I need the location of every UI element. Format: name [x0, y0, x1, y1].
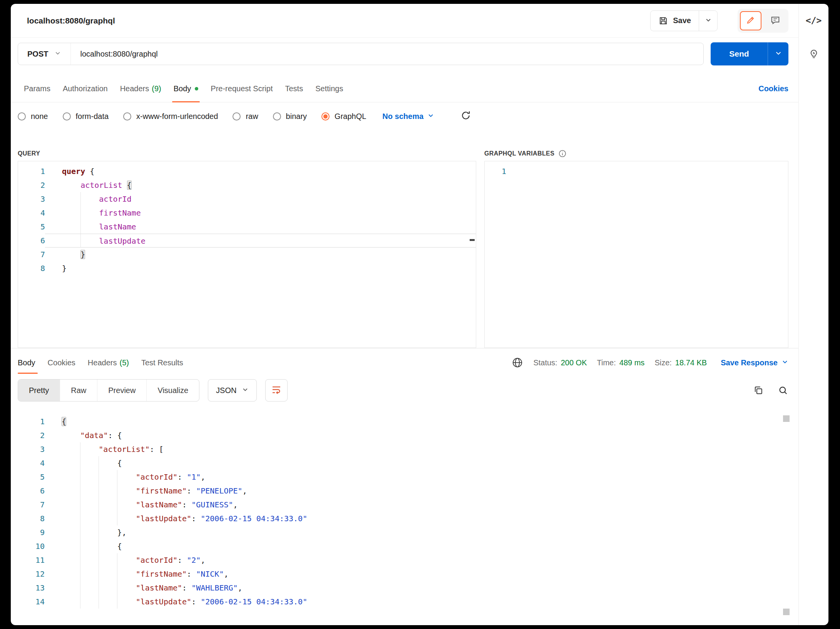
indent-guide — [80, 484, 80, 498]
indent-guide — [80, 192, 81, 206]
code-line: 1query { — [18, 164, 476, 178]
refresh-icon — [460, 110, 471, 123]
indent-guide — [117, 498, 117, 512]
body-type-x-www-form-urlencoded[interactable]: x-www-form-urlencoded — [123, 112, 218, 121]
globe-icon[interactable] — [512, 357, 523, 368]
indent-guide — [80, 512, 80, 525]
response-tab-headers[interactable]: Headers(5) — [82, 348, 135, 377]
body-type-none[interactable]: none — [18, 112, 48, 121]
indent-guide — [80, 470, 80, 484]
indent-guide — [80, 581, 80, 595]
response-tab-cookies[interactable]: Cookies — [42, 348, 82, 377]
code-text: lastName — [45, 220, 476, 234]
code-token: query — [62, 167, 85, 176]
edit-documentation-button[interactable] — [740, 11, 761, 30]
code-token: "1" — [187, 472, 201, 482]
line-number: 8 — [18, 261, 45, 275]
cookies-link[interactable]: Cookies — [758, 75, 788, 102]
tab-settings[interactable]: Settings — [309, 75, 349, 102]
variables-editor-title: GRAPHQL VARIABLES — [484, 149, 567, 158]
code-line: 8 "lastUpdate": "2006-02-15 04:34:33.0" — [11, 512, 798, 525]
format-select[interactable]: JSON — [208, 379, 257, 401]
scrollbar-corner[interactable] — [783, 609, 790, 615]
chevron-down-icon — [775, 49, 782, 59]
refresh-schema-button[interactable] — [460, 110, 471, 123]
tab-params[interactable]: Params — [18, 75, 57, 102]
radio-icon — [123, 112, 131, 120]
send-button[interactable]: Send — [711, 42, 768, 65]
indent-guide — [117, 567, 117, 581]
line-number: 10 — [11, 539, 45, 553]
indent-guide — [117, 553, 117, 567]
code-line: 11 "actorId": "2", — [11, 553, 798, 567]
scrollbar-thumb[interactable] — [783, 415, 790, 422]
status-badge: Status: 200 OK — [533, 358, 587, 367]
code-token: "actorList" — [99, 445, 149, 454]
tab-tests[interactable]: Tests — [279, 75, 309, 102]
tab-pre-request-script[interactable]: Pre-request Script — [204, 75, 279, 102]
variables-editor[interactable]: 1 — [484, 161, 788, 348]
save-options-button[interactable] — [699, 11, 717, 31]
body-type-raw[interactable]: raw — [233, 112, 258, 121]
indent-guide — [99, 595, 99, 609]
code-line: 5 "actorId": "1", — [11, 470, 798, 484]
comment-button[interactable] — [765, 11, 786, 30]
indent-guide — [99, 470, 99, 484]
chevron-down-icon — [781, 358, 788, 367]
copy-button[interactable] — [753, 385, 764, 396]
info-icon[interactable] — [558, 149, 567, 158]
code-text: { — [45, 456, 798, 470]
code-line: 7 } — [18, 248, 476, 261]
body-type-form-data[interactable]: form-data — [63, 112, 109, 121]
search-button[interactable] — [778, 385, 788, 396]
code-token: : — [191, 514, 201, 523]
response-tab-body[interactable]: Body — [18, 348, 42, 377]
request-tab-title[interactable]: localhost:8080/graphql — [27, 16, 115, 25]
body-type-label: GraphQL — [335, 112, 366, 121]
tab-label: Headers — [88, 358, 117, 367]
view-mode-raw[interactable]: Raw — [60, 380, 97, 401]
url-input[interactable]: localhost:8080/graphql — [71, 50, 703, 59]
lightbulb-icon[interactable] — [808, 48, 820, 62]
wrap-text-button[interactable] — [265, 379, 288, 401]
code-snippet-icon[interactable]: </> — [806, 15, 822, 25]
query-editor[interactable]: 1query {2 actorList {3 actorId4 firstNam… — [18, 161, 476, 348]
send-options-button[interactable] — [768, 42, 788, 65]
code-token — [62, 250, 80, 259]
indent-guide — [99, 484, 99, 498]
body-type-label: form-data — [76, 112, 109, 121]
body-type-label: binary — [286, 112, 307, 121]
tab-authorization[interactable]: Authorization — [57, 75, 114, 102]
code-token: "lastUpdate" — [136, 597, 192, 606]
body-type-graphql[interactable]: GraphQL — [321, 112, 366, 121]
view-mode-preview[interactable]: Preview — [97, 380, 147, 401]
tab-label: Pre-request Script — [211, 84, 273, 93]
tab-body[interactable]: Body — [167, 75, 205, 102]
code-text: "actorId": "1", — [45, 470, 798, 484]
line-number: 1 — [18, 164, 45, 178]
code-token: "lastUpdate" — [136, 514, 192, 523]
indent-guide — [80, 442, 80, 456]
response-body-editor[interactable]: 1{2 "data": {3 "actorList": [4 {5 "actor… — [11, 412, 798, 625]
indent-guide — [99, 498, 99, 512]
line-number: 3 — [11, 442, 45, 456]
method-select[interactable]: POST — [18, 43, 71, 65]
response-tabs-row: BodyCookiesHeaders(5)Test Results Status… — [11, 348, 798, 377]
code-text: } — [45, 248, 476, 261]
code-token: lastUpdate — [99, 236, 145, 246]
tab-headers[interactable]: Headers(9) — [114, 75, 167, 102]
code-token: firstName — [99, 208, 141, 217]
line-number: 11 — [11, 553, 45, 567]
code-text: "actorList": [ — [45, 442, 798, 456]
tab-label: Test Results — [141, 358, 183, 367]
body-type-binary[interactable]: binary — [273, 112, 307, 121]
response-tabs: BodyCookiesHeaders(5)Test Results — [18, 348, 189, 377]
view-mode-visualize[interactable]: Visualize — [147, 380, 199, 401]
view-mode-pretty[interactable]: Pretty — [18, 380, 60, 401]
response-tab-test-results[interactable]: Test Results — [135, 348, 189, 377]
indent-guide — [99, 525, 99, 539]
schema-select[interactable]: No schema — [382, 112, 434, 121]
line-number: 1 — [11, 415, 45, 428]
save-button[interactable]: Save — [651, 11, 699, 31]
save-response-button[interactable]: Save Response — [721, 358, 788, 367]
